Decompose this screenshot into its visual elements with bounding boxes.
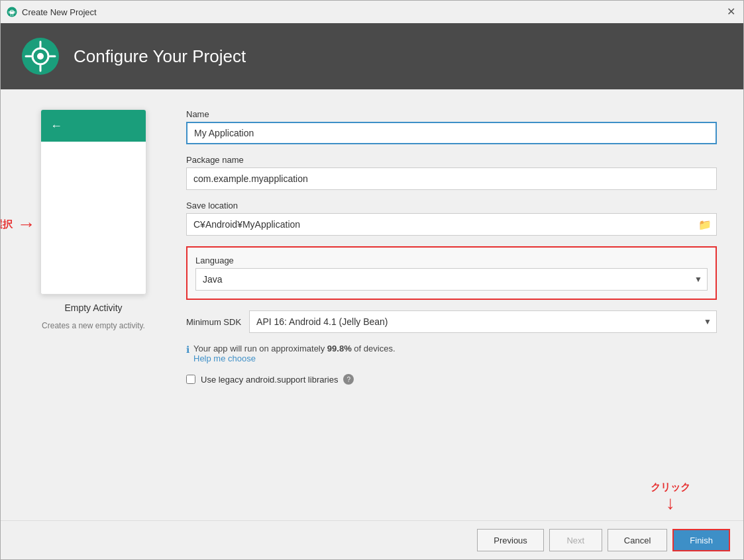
info-row: ℹ Your app will run on approximately 99.… (186, 344, 717, 363)
svg-rect-3 (10, 11, 14, 14)
cancel-button[interactable]: Cancel (608, 529, 667, 551)
phone-preview: ← (40, 109, 146, 295)
language-label: Language (195, 256, 708, 265)
info-icon: ℹ (186, 344, 189, 355)
legacy-label: Use legacy android.support libraries (201, 375, 338, 385)
name-label: Name (186, 109, 717, 119)
preview-header-bar: ← (41, 110, 146, 142)
left-panel: 「Java」を選択 → ← Empty Activity Creates a n… (27, 109, 160, 500)
annotation-text: 「Java」を選択 (1, 218, 13, 231)
back-arrow-icon: ← (50, 119, 62, 133)
package-label: Package name (186, 155, 717, 165)
language-box: Language Java Kotlin ▼ (186, 246, 717, 300)
name-field-group: Name (186, 109, 717, 144)
window: Create New Project ✕ Configure Your Proj… (0, 0, 744, 560)
language-field-group: Language Java Kotlin ▼ (195, 256, 708, 291)
footer: クリック ↓ Previous Next Cancel Finish (1, 520, 743, 559)
sdk-label: Minimum SDK (186, 317, 241, 327)
info-prefix: Your app will run on approximately (193, 344, 327, 353)
window-title: Create New Project (22, 7, 97, 17)
location-input[interactable] (186, 213, 717, 236)
title-bar-left: Create New Project (6, 6, 97, 18)
legacy-checkbox-row: Use legacy android.support libraries ? (186, 374, 717, 385)
activity-label: Empty Activity (64, 303, 122, 313)
language-select[interactable]: Java Kotlin (195, 268, 708, 291)
title-bar: Create New Project ✕ (1, 1, 743, 23)
legacy-help-icon[interactable]: ? (343, 374, 354, 385)
language-select-wrapper: Java Kotlin ▼ (195, 268, 708, 291)
dialog-header: Configure Your Project (1, 23, 743, 89)
next-button[interactable]: Next (549, 529, 602, 551)
location-field-group: Save location 📁 (186, 201, 717, 236)
info-percent: 99.8% (327, 344, 352, 353)
package-field-group: Package name (186, 155, 717, 190)
info-suffix: of devices. (352, 344, 396, 353)
location-input-wrapper: 📁 (186, 213, 717, 236)
preview-body (41, 142, 146, 294)
package-input[interactable] (186, 167, 717, 190)
main-content: 「Java」を選択 → ← Empty Activity Creates a n… (1, 89, 743, 520)
sdk-select[interactable]: API 16: Android 4.1 (Jelly Bean) API 21:… (249, 310, 717, 333)
svg-point-10 (37, 53, 44, 60)
location-label: Save location (186, 201, 717, 210)
dialog-title: Configure Your Project (74, 46, 246, 67)
annotation-arrow-icon: → (17, 215, 35, 234)
activity-sublabel: Creates a new empty activity. (42, 321, 145, 330)
form-panel: Name Package name Save location 📁 Langua… (186, 109, 717, 500)
sdk-row: Minimum SDK API 16: Android 4.1 (Jelly B… (186, 310, 717, 333)
java-annotation: 「Java」を選択 → (1, 215, 35, 234)
click-annotation: クリック ↓ (651, 481, 690, 512)
close-button[interactable]: ✕ (724, 5, 738, 19)
configure-project-icon (21, 36, 60, 76)
info-text: Your app will run on approximately 99.8%… (193, 344, 396, 363)
sdk-select-wrapper: API 16: Android 4.1 (Jelly Bean) API 21:… (249, 310, 717, 333)
android-logo-icon (6, 6, 18, 18)
previous-button[interactable]: Previous (477, 529, 544, 551)
legacy-checkbox[interactable] (186, 375, 195, 384)
help-link[interactable]: Help me choose (193, 353, 396, 363)
click-annotation-arrow-icon: ↓ (666, 494, 675, 512)
folder-icon[interactable]: 📁 (698, 218, 712, 231)
finish-button[interactable]: Finish (672, 529, 730, 551)
name-input[interactable] (186, 122, 717, 144)
